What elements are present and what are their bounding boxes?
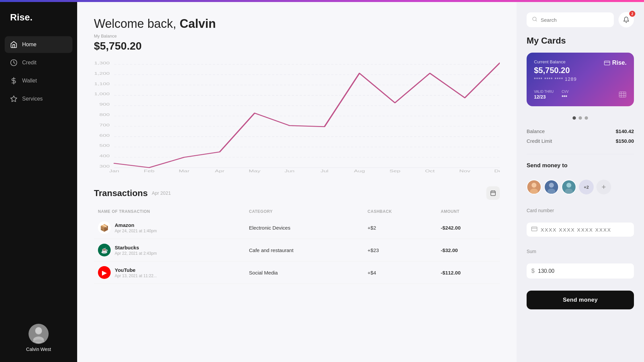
card-number-input[interactable] xyxy=(541,227,629,233)
card-dot-1[interactable] xyxy=(573,116,576,120)
tx-name-1: Starbucks xyxy=(115,245,157,250)
svg-rect-69 xyxy=(532,227,537,231)
chart-svg: 300 400 500 600 700 800 900 1,000 1,100 … xyxy=(94,59,500,173)
card-number-label: Card number xyxy=(527,208,634,213)
svg-text:500: 500 xyxy=(99,143,110,148)
card-number-icon xyxy=(531,227,537,233)
svg-point-62 xyxy=(530,189,538,194)
home-icon xyxy=(10,41,17,48)
sidebar-item-services[interactable]: Services xyxy=(5,90,72,107)
send-contact-2[interactable] xyxy=(544,180,559,194)
tx-info-1: Starbucks Apr 22, 2021 at 2:43pm xyxy=(115,245,157,256)
card-dot-2[interactable] xyxy=(579,116,582,120)
svg-text:Aug: Aug xyxy=(354,169,365,173)
sidebar-label-credit: Credit xyxy=(22,60,37,66)
send-money-title: Send money to xyxy=(527,162,634,169)
card-bottom: VALID THRU 12/23 CVV *** xyxy=(534,90,627,100)
tx-logo-0: 📦 xyxy=(98,221,111,234)
svg-text:1,200: 1,200 xyxy=(94,71,110,75)
card-chip-icon xyxy=(619,91,627,100)
tx-cashback-1: +$23 xyxy=(364,239,437,261)
svg-text:📦: 📦 xyxy=(100,224,109,232)
svg-text:Feb: Feb xyxy=(144,169,155,173)
add-contact-button[interactable]: + xyxy=(596,180,611,194)
svg-text:Sep: Sep xyxy=(389,169,400,173)
col-name: NAME OF TRANSACTION xyxy=(94,206,245,217)
svg-text:Dec: Dec xyxy=(494,169,500,173)
tx-name-cell-0: 📦 Amazon Apr 24, 2021 at 1:40pm xyxy=(94,217,245,239)
balance-chart: 300 400 500 600 700 800 900 1,000 1,100 … xyxy=(94,59,500,173)
svg-point-6 xyxy=(35,327,42,334)
notification-wrapper: 2 xyxy=(619,12,634,27)
tx-category-0: Electronic Devices xyxy=(245,217,364,239)
sidebar-item-home[interactable]: Home xyxy=(5,36,72,53)
table-row: 📦 Amazon Apr 24, 2021 at 1:40pm Electron… xyxy=(94,217,500,239)
svg-point-61 xyxy=(532,183,537,188)
send-money-button[interactable]: Send money xyxy=(527,291,634,309)
svg-text:May: May xyxy=(249,169,261,173)
app-logo: Rise. xyxy=(0,2,77,36)
tx-date-0: Apr 24, 2021 at 1:40pm xyxy=(115,229,157,233)
svg-text:Mar: Mar xyxy=(179,169,190,173)
svg-text:600: 600 xyxy=(99,133,110,137)
sidebar-item-wallet[interactable]: Wallet xyxy=(5,72,72,89)
svg-text:700: 700 xyxy=(99,123,110,127)
card-top: Current Balance $5,750.20 **** **** ****… xyxy=(534,59,627,82)
tx-date-1: Apr 22, 2021 at 2:43pm xyxy=(115,251,157,256)
services-icon xyxy=(10,95,17,103)
svg-text:▶: ▶ xyxy=(102,269,107,276)
svg-text:Apr: Apr xyxy=(215,169,224,173)
transactions-table: NAME OF TRANSACTION CATEGORY CASHBACK AM… xyxy=(94,206,500,284)
sidebar-username: Calvin West xyxy=(26,347,51,352)
card-stats: Balance $140.42 Credit Limit $150.00 xyxy=(527,126,634,146)
card-brand: Rise. xyxy=(604,59,627,66)
balance-label: My Balance xyxy=(94,34,500,39)
notification-button[interactable]: 2 xyxy=(619,12,634,27)
svg-text:900: 900 xyxy=(99,102,110,107)
sidebar-item-credit[interactable]: Credit xyxy=(5,54,72,71)
svg-text:Jan: Jan xyxy=(109,169,119,173)
search-input[interactable] xyxy=(541,17,608,23)
svg-text:1,000: 1,000 xyxy=(94,92,110,96)
transactions-header: Transactions Apr 2021 xyxy=(94,186,500,200)
send-contact-1[interactable] xyxy=(527,180,541,194)
calendar-button[interactable] xyxy=(486,186,500,200)
tx-name-cell-2: ▶ YouTube Apr 13, 2021 at 11:22... xyxy=(94,261,245,284)
svg-text:1,300: 1,300 xyxy=(94,61,110,65)
tx-logo-2: ▶ xyxy=(98,266,111,279)
svg-rect-55 xyxy=(619,92,626,97)
balance-amount: $5,750.20 xyxy=(94,40,500,52)
valid-thru-value: 12/23 xyxy=(534,94,554,100)
card-dots xyxy=(527,116,634,120)
card-dot-3[interactable] xyxy=(585,116,588,120)
sidebar-label-services: Services xyxy=(22,96,43,102)
currency-symbol: $ xyxy=(531,267,535,275)
card-valid-thru: VALID THRU 12/23 xyxy=(534,90,554,100)
send-contact-3[interactable] xyxy=(561,180,576,194)
credit-icon xyxy=(10,59,17,66)
tx-name-0: Amazon xyxy=(115,222,157,228)
col-cashback: CASHBACK xyxy=(364,206,437,217)
send-contact-more[interactable]: +2 xyxy=(579,180,594,194)
card-balance-amount: $5,750.20 xyxy=(534,66,577,75)
svg-rect-41 xyxy=(491,191,495,196)
svg-line-52 xyxy=(536,20,537,21)
col-amount: AMOUNT xyxy=(437,206,500,217)
svg-point-65 xyxy=(547,189,555,194)
sum-input[interactable] xyxy=(538,268,629,274)
notification-badge: 2 xyxy=(629,11,635,17)
card-visual: Current Balance $5,750.20 **** **** ****… xyxy=(527,53,634,106)
tx-amount-1: -$32.00 xyxy=(437,239,500,261)
search-icon xyxy=(532,16,537,23)
card-cvv: CVV *** xyxy=(562,90,569,100)
tx-info-0: Amazon Apr 24, 2021 at 1:40pm xyxy=(115,222,157,233)
tx-info-2: YouTube Apr 13, 2021 at 11:22... xyxy=(115,267,157,278)
right-panel: 2 My Cards Current Balance $5,750.20 ***… xyxy=(517,0,644,362)
search-row: 2 xyxy=(527,12,634,27)
sidebar: Rise. Home Credit xyxy=(0,0,77,362)
card-current-balance-label: Current Balance xyxy=(534,59,577,64)
tx-amount-2: -$112.00 xyxy=(437,261,500,284)
tx-cashback-0: +$2 xyxy=(364,217,437,239)
sidebar-label-wallet: Wallet xyxy=(22,78,37,84)
card-number: **** **** **** 1289 xyxy=(534,76,577,82)
